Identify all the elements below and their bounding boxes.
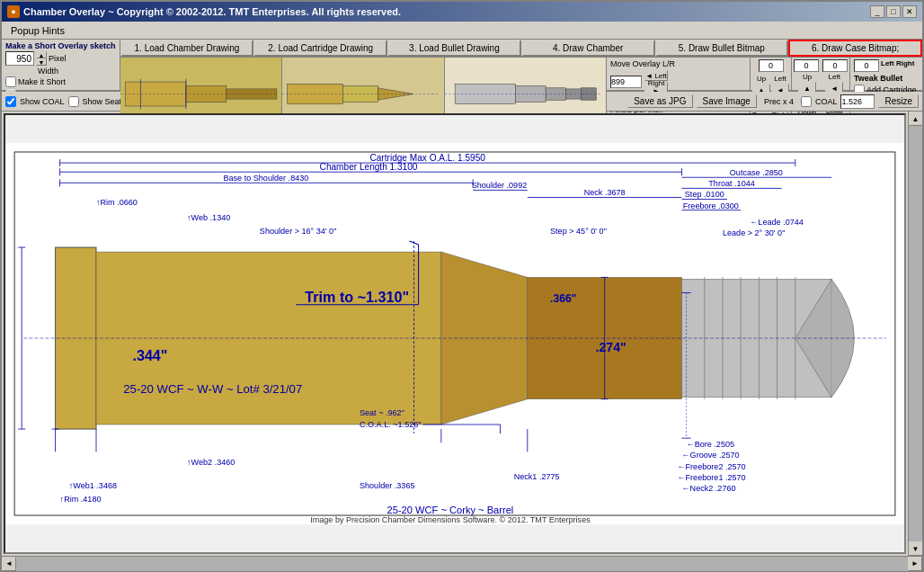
move-lr-row: Move Overlay L/R: [610, 59, 746, 68]
val2-input[interactable]: [794, 59, 819, 72]
technical-drawing: Cartridge Max O.A.L. 1.5950 Chamber Leng…: [5, 115, 904, 552]
up-label-1: Up: [752, 73, 770, 83]
pixel-label: Pixel: [49, 54, 67, 63]
resize-btn[interactable]: Resize: [878, 94, 919, 108]
main-canvas: Cartridge Max O.A.L. 1.5950 Chamber Leng…: [4, 113, 906, 554]
svg-text:↑Rim .4180: ↑Rim .4180: [60, 495, 102, 504]
svg-text:←Freebore2 .2570: ←Freebore2 .2570: [677, 462, 745, 471]
scroll-left-btn[interactable]: ◄: [2, 557, 16, 571]
draw-bullet-bitmap-btn[interactable]: 5. Draw Bullet Bitmap: [655, 40, 789, 57]
make-overlay-label: Make a Short Overlay sketch: [5, 41, 116, 50]
show-coal-checkbox[interactable]: [5, 96, 16, 107]
show-seatd-checkbox[interactable]: [68, 96, 79, 107]
svg-text:C.O.A.L. ~1.526": C.O.A.L. ~1.526": [360, 420, 422, 429]
main-window: ● Chamber Overlay ~ Copyright © 2002-201…: [0, 0, 924, 572]
make-short-row: Make it Short: [5, 76, 116, 87]
main-content: Cartridge Max O.A.L. 1.5950 Chamber Leng…: [2, 112, 908, 556]
width-label: Width: [38, 67, 58, 76]
content-area: Cartridge Max O.A.L. 1.5950 Chamber Leng…: [2, 112, 922, 556]
prec-label: Prec x 4: [760, 97, 797, 106]
window-controls: _ □ ✕: [870, 5, 917, 18]
svg-text:25-20 WCF ~ W-W ~ Lot# 3/21/07: 25-20 WCF ~ W-W ~ Lot# 3/21/07: [123, 382, 302, 396]
coal-input[interactable]: [840, 94, 875, 109]
pixel-up[interactable]: ▲: [36, 51, 47, 58]
draw-chamber-btn[interactable]: 4. Draw Chamber: [521, 40, 655, 57]
svg-text:Trim to ~1.310": Trim to ~1.310": [305, 289, 409, 305]
svg-text:25-20 WCF ~ Corky ~ Barrel: 25-20 WCF ~ Corky ~ Barrel: [387, 505, 514, 515]
svg-text:Throat .1044: Throat .1044: [708, 179, 754, 188]
pixel-down[interactable]: ▼: [36, 58, 47, 66]
svg-text:Step > 45° 0' 0": Step > 45° 0' 0": [550, 227, 607, 236]
svg-text:Freebore .0300: Freebore .0300: [683, 201, 739, 210]
scroll-down-btn[interactable]: ▼: [909, 541, 923, 556]
val-row-2: [794, 59, 848, 72]
window-title: Chamber Overlay ~ Copyright © 2002-2012.…: [23, 6, 401, 17]
svg-text:.274": .274": [596, 340, 626, 354]
scroll-track-h[interactable]: [16, 557, 908, 571]
svg-text:←Groove .2570: ←Groove .2570: [682, 451, 740, 460]
move-lr-label: Move Overlay L/R: [610, 59, 675, 68]
svg-text:Base to Shoulder .8430: Base to Shoulder .8430: [223, 174, 308, 183]
svg-text:↑Web2 .3460: ↑Web2 .3460: [187, 458, 235, 467]
svg-text:Shoulder .3365: Shoulder .3365: [360, 481, 415, 490]
svg-text:.366": .366": [550, 292, 576, 305]
draw-case-bitmap-btn[interactable]: 6. Draw Case Bitmap;: [788, 40, 922, 57]
svg-text:Neck .3678: Neck .3678: [584, 188, 626, 197]
app-icon: ●: [7, 5, 20, 18]
left-label-2: Left: [829, 73, 840, 81]
svg-text:Neck1 .2775: Neck1 .2775: [514, 472, 560, 481]
title-bar: ● Chamber Overlay ~ Copyright © 2002-201…: [2, 2, 922, 22]
val4-input[interactable]: [854, 59, 879, 72]
minimize-button[interactable]: _: [870, 5, 884, 18]
svg-text:←Bore .2505: ←Bore .2505: [687, 440, 735, 449]
load-cartridge-btn[interactable]: 2. Load Cartridge Drawing: [253, 40, 387, 57]
width-row: Width: [5, 67, 116, 76]
svg-text:Outcase .2850: Outcase .2850: [730, 168, 783, 177]
svg-text:↑Web1 .3468: ↑Web1 .3468: [69, 481, 117, 490]
svg-text:Shoulder .0992: Shoulder .0992: [472, 181, 528, 190]
svg-text:←Freebore1 .2570: ←Freebore1 .2570: [677, 473, 745, 482]
menu-bar: Popup Hints: [2, 22, 922, 40]
toolbar: Make a Short Overlay sketch ▲ ▼ Pixel Wi…: [2, 40, 922, 92]
overlay-controls-section: Make a Short Overlay sketch ▲ ▼ Pixel Wi…: [2, 40, 120, 90]
scroll-up-btn[interactable]: ▲: [909, 112, 923, 126]
toolbar-main: 1. Load Chamber Drawing 2. Load Cartridg…: [120, 40, 922, 90]
close-button[interactable]: ✕: [902, 5, 917, 18]
svg-text:.344": .344": [132, 347, 167, 363]
show-coal-label: Show COAL: [20, 97, 65, 106]
load-bullet-btn[interactable]: 3. Load Bullet Drawing: [387, 40, 521, 57]
toolbar-buttons: 1. Load Chamber Drawing 2. Load Cartridg…: [120, 40, 922, 58]
left-right-label: Left Right: [881, 59, 914, 72]
svg-text:↑Rim .0660: ↑Rim .0660: [96, 198, 138, 207]
scroll-right-btn[interactable]: ►: [908, 557, 922, 571]
prec-checkbox[interactable]: [801, 96, 812, 107]
svg-text:Seat ~ .962": Seat ~ .962": [360, 408, 404, 417]
save-image-btn[interactable]: Save Image: [697, 94, 757, 108]
vertical-scrollbar[interactable]: ▲ ▼: [908, 112, 922, 556]
scroll-track-v[interactable]: [909, 126, 922, 541]
val3-input[interactable]: [822, 59, 848, 72]
tweak-bullet-label: Tweak Bullet: [854, 74, 919, 83]
lr-buttons: ◄ Left Right ►: [644, 70, 668, 93]
make-short-checkbox[interactable]: [5, 76, 16, 87]
load-chamber-btn[interactable]: 1. Load Chamber Drawing: [120, 40, 254, 57]
svg-text:Shoulder > 16° 34' 0": Shoulder > 16° 34' 0": [260, 227, 337, 236]
save-jpg-btn[interactable]: Save as JPG: [627, 94, 692, 108]
svg-text:←Leade .0744: ←Leade .0744: [750, 218, 804, 227]
maximize-button[interactable]: □: [886, 5, 901, 18]
move-val-row: ◄ Left Right ►: [610, 70, 746, 93]
coal-label: COAL: [815, 97, 838, 106]
svg-text:Leade > 2° 30' 0": Leade > 2° 30' 0": [723, 228, 785, 237]
horizontal-scrollbar[interactable]: ◄ ►: [2, 556, 922, 570]
svg-text:Image by Precision Chamber Dim: Image by Precision Chamber Dimensions So…: [310, 515, 591, 524]
pixel-spinner: ▲ ▼: [36, 51, 47, 66]
move-val-input[interactable]: [610, 76, 642, 88]
val4-row: Left Right: [854, 59, 919, 72]
svg-text:Step .0100: Step .0100: [685, 190, 724, 199]
pixel-input[interactable]: [5, 51, 34, 66]
val1-input[interactable]: [759, 59, 784, 72]
left-label-1: Left: [771, 73, 789, 83]
menu-popup-hints[interactable]: Popup Hints: [5, 24, 70, 37]
svg-text:Chamber Length 1.3100: Chamber Length 1.3100: [320, 162, 418, 172]
svg-text:↑Web .1340: ↑Web .1340: [187, 213, 230, 222]
